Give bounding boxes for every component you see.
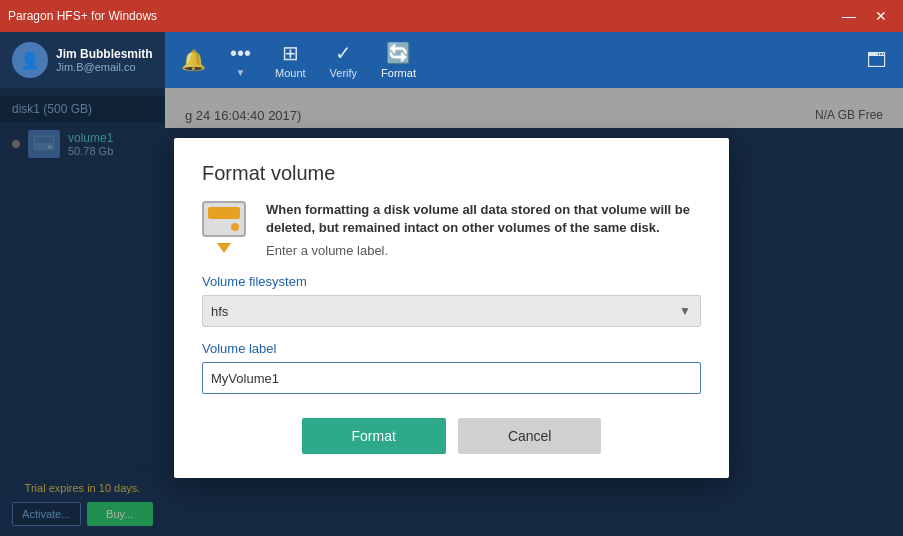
window-icon: 🗔 (867, 49, 887, 72)
mount-icon: ⊞ (282, 41, 299, 65)
toolbar-item-verify[interactable]: ✓ Verify (330, 41, 358, 79)
toolbar-item-more[interactable]: ••• ▼ (230, 42, 251, 78)
dialog-warning-text: When formatting a disk volume all data s… (266, 201, 701, 258)
user-email: Jim.B@email.co (56, 61, 153, 73)
more-icon: ••• (230, 42, 251, 65)
avatar: 👤 (12, 42, 48, 78)
app-body: 👤 Jim Bubblesmith Jim.B@email.co disk1 (… (0, 32, 903, 536)
notification-icon: 🔔 (181, 48, 206, 72)
dialog-title: Format volume (202, 162, 701, 185)
volume-label-label: Volume label (202, 341, 701, 356)
verify-label: Verify (330, 67, 358, 79)
filesystem-select-wrapper: hfs hfs+ fat32 exfat ▼ (202, 295, 701, 327)
dialog-warning: When formatting a disk volume all data s… (202, 201, 701, 258)
user-name: Jim Bubblesmith (56, 47, 153, 61)
filesystem-select[interactable]: hfs hfs+ fat32 exfat (202, 295, 701, 327)
format-dialog: Format volume (174, 138, 729, 478)
filesystem-label: Volume filesystem (202, 274, 701, 289)
format-label: Format (381, 67, 416, 79)
window-controls: — ✕ (835, 5, 895, 27)
verify-icon: ✓ (335, 41, 352, 65)
warning-sub-text: Enter a volume label. (266, 243, 701, 258)
user-area: 👤 Jim Bubblesmith Jim.B@email.co (0, 32, 165, 88)
minimize-button[interactable]: — (835, 5, 863, 27)
toolbar: 🔔 ••• ▼ ⊞ Mount ✓ Verify 🔄 Format 🗔 (165, 32, 903, 88)
mount-label: Mount (275, 67, 306, 79)
toolbar-item-format[interactable]: 🔄 Format (381, 41, 416, 79)
more-dropdown-arrow: ▼ (236, 67, 246, 78)
user-info: Jim Bubblesmith Jim.B@email.co (56, 47, 153, 73)
toolbar-item-window[interactable]: 🗔 (867, 49, 887, 72)
format-button[interactable]: Format (302, 418, 446, 454)
toolbar-item-notification[interactable]: 🔔 (181, 48, 206, 72)
app-title: Paragon HFS+ for Windows (8, 9, 157, 23)
cancel-button[interactable]: Cancel (458, 418, 602, 454)
format-icon: 🔄 (386, 41, 411, 65)
close-button[interactable]: ✕ (867, 5, 895, 27)
volume-label-input[interactable] (202, 362, 701, 394)
toolbar-item-mount[interactable]: ⊞ Mount (275, 41, 306, 79)
dialog-buttons: Format Cancel (202, 418, 701, 454)
hdd-warning-icon (202, 201, 250, 249)
content-area: g 24 16:04:40 2017) N/A GB Free Format v… (165, 88, 903, 128)
main-panel: 🔔 ••• ▼ ⊞ Mount ✓ Verify 🔄 Format 🗔 (165, 32, 903, 536)
warning-main-text: When formatting a disk volume all data s… (266, 201, 701, 237)
titlebar: Paragon HFS+ for Windows — ✕ (0, 0, 903, 32)
dialog-overlay: Format volume (0, 88, 903, 536)
